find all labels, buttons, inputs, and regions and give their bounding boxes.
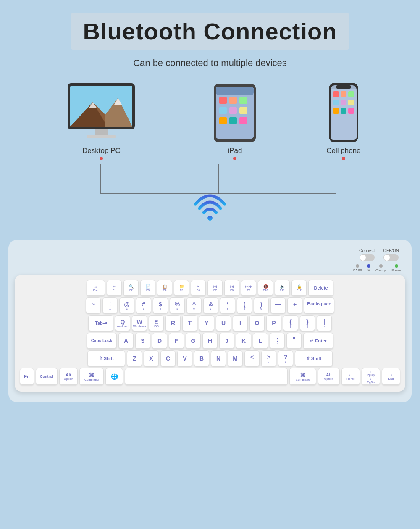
key-alt-left[interactable]: Alt Option [59,368,78,385]
key-command-left[interactable]: ⌘ Command [79,368,104,385]
key-quote[interactable]: " ' [286,333,302,349]
key-home[interactable]: ← Home [341,368,360,385]
key-5[interactable]: % 5 [170,297,185,313]
key-n[interactable]: N [211,350,226,366]
connect-toggle[interactable] [360,254,375,261]
key-tilde[interactable]: ~ ` [86,297,101,313]
key-control[interactable]: Control [36,368,58,385]
qwerty-row: Tab⇥ Q Android W Windows E iOS R T Y U I… [20,315,400,331]
key-f12[interactable]: 🔒 F12 [291,280,307,296]
key-a[interactable]: A [118,333,134,349]
key-lbracket[interactable]: { [ [283,315,298,331]
svg-rect-22 [229,117,237,124]
key-semicolon[interactable]: : ; [270,333,285,349]
key-f[interactable]: F [169,333,184,349]
key-1[interactable]: ! 1 [102,297,118,313]
key-period[interactable]: > . [261,350,276,366]
connection-diagram [8,160,412,227]
key-4[interactable]: $ 4 [153,297,168,313]
key-8[interactable]: * 8 [220,297,235,313]
key-k[interactable]: K [236,333,251,349]
key-f2[interactable]: 🔍 F2 [123,280,139,296]
key-9[interactable]: ( 9 [237,297,252,313]
key-f5[interactable]: 📁 F5 [174,280,189,296]
svg-point-42 [207,216,213,221]
key-tab[interactable]: Tab⇥ [88,315,113,331]
key-y[interactable]: Y [199,315,214,331]
key-f4[interactable]: 📋 F4 [157,280,172,296]
key-e[interactable]: E iOS [149,315,164,331]
key-option-right[interactable]: Alt Option [318,368,340,385]
key-backslash[interactable]: | \ [317,315,332,331]
key-r[interactable]: R [165,315,181,331]
key-slash[interactable]: ? / [278,350,293,366]
led-power: Power [391,264,401,272]
key-s[interactable]: S [135,333,150,349]
zxcv-row: ⇧ Shift Z X C V B N M < , > . ? / ⇧ Shif… [20,350,400,366]
led-caps: CAPS [353,264,362,272]
charge-led-label: Charge [375,268,386,272]
key-i[interactable]: I [233,315,248,331]
caps-led [356,264,359,268]
key-f10[interactable]: 🔇 F10 [258,280,273,296]
key-esc[interactable]: ⌂ Esc [87,280,105,296]
key-2[interactable]: @ 2 [119,297,134,313]
key-shift-right[interactable]: ⇧ Shift [295,350,333,366]
key-q[interactable]: Q Android [115,315,130,331]
key-h[interactable]: H [202,333,218,349]
key-d[interactable]: D [152,333,167,349]
key-m[interactable]: M [228,350,243,366]
key-l[interactable]: L [253,333,268,349]
key-globe[interactable]: 🌐 [105,368,123,385]
key-end[interactable]: → End [382,368,400,385]
key-delete[interactable]: Delete [308,280,333,296]
asdf-row: Caps Lock A S D F G H J K L : ; " ' ↵ En… [20,333,400,349]
key-p[interactable]: P [266,315,281,331]
key-t[interactable]: T [182,315,197,331]
offon-toggle[interactable] [383,254,399,261]
key-enter[interactable]: ↵ Enter [303,333,333,349]
key-space[interactable] [125,368,288,385]
key-equals[interactable]: + = [287,297,302,313]
key-0[interactable]: ) 0 [254,297,269,313]
key-pgupdown[interactable]: ↑ PgUp ↓ PgDn [362,368,380,385]
key-f3[interactable]: 📄 F3 [140,280,155,296]
key-b[interactable]: B [194,350,209,366]
key-command-right[interactable]: ⌘ Command [289,368,316,385]
key-fn[interactable]: Fn [20,368,34,385]
svg-rect-28 [333,91,339,97]
key-f1[interactable]: ↩ F1 [107,280,122,296]
key-c[interactable]: C [160,350,176,366]
key-f7[interactable]: ⏮ F7 [207,280,223,296]
wifi-svg [191,185,229,223]
key-f6[interactable]: ✂ F6 [191,280,206,296]
key-backspace[interactable]: Backspace ← [304,297,334,313]
key-shift-left[interactable]: ⇧ Shift [87,350,125,366]
key-j[interactable]: J [219,333,234,349]
key-x[interactable]: X [144,350,159,366]
key-f8[interactable]: ⏭ F8 [224,280,239,296]
svg-rect-31 [333,100,339,105]
key-v[interactable]: V [177,350,192,366]
svg-rect-17 [239,97,247,104]
key-f11[interactable]: 🔉 F11 [275,280,290,296]
key-rbracket[interactable]: } ] [300,315,315,331]
key-7[interactable]: & 7 [203,297,218,313]
connect-control: Connect [359,248,375,261]
key-comma[interactable]: < , [244,350,260,366]
key-u[interactable]: U [216,315,231,331]
key-z[interactable]: Z [127,350,142,366]
key-f9[interactable]: ⏭⏭ F9 [241,280,256,296]
key-o[interactable]: O [249,315,265,331]
key-minus[interactable]: — - [270,297,286,313]
phone-label: Cell phone [326,147,360,155]
key-w[interactable]: W Windows [132,315,147,331]
led-bt: ✻ [367,264,370,272]
ipad-label: iPad [228,147,242,155]
key-6[interactable]: ^ 6 [186,297,202,313]
key-capslock[interactable]: Caps Lock [87,333,117,349]
key-g[interactable]: G [186,333,201,349]
key-3[interactable]: # 3 [136,297,151,313]
bt-led [367,264,370,268]
fn-key-row: ⌂ Esc ↩ F1 🔍 F2 📄 F3 📋 F4 📁 F5 [20,280,400,296]
